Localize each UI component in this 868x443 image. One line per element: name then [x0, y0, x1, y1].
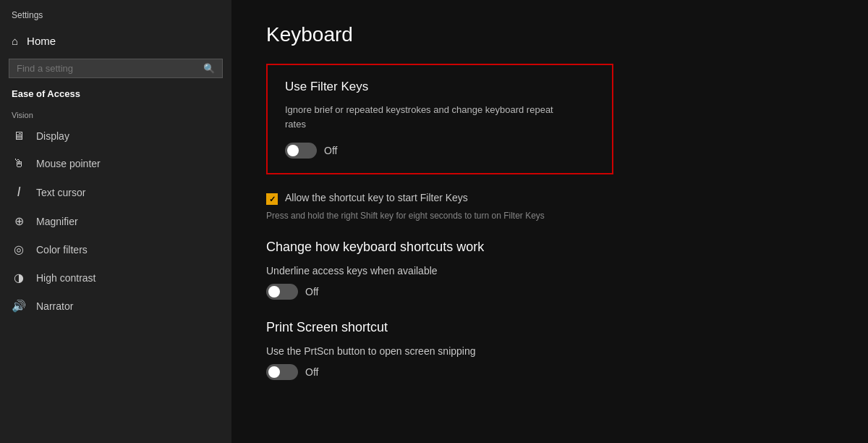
sidebar-item-label: Text cursor: [36, 187, 85, 198]
filter-keys-checkbox-row: Allow the shortcut key to start Filter K…: [266, 192, 613, 205]
home-label: Home: [27, 35, 56, 47]
sidebar-item-label: High contrast: [36, 272, 95, 284]
vision-section-label: Vision: [0, 105, 231, 122]
filter-keys-description: Ignore brief or repeated keystrokes and …: [285, 103, 574, 131]
shortcuts-toggle-label: Off: [305, 286, 318, 298]
mouse-pointer-icon: 🖱: [12, 157, 26, 170]
filter-keys-toggle[interactable]: [285, 143, 317, 159]
text-cursor-icon: I: [12, 185, 26, 200]
sidebar-item-color-filters[interactable]: ◎ Color filters: [0, 235, 231, 263]
sidebar-item-magnifier[interactable]: ⊕ Magnifier: [0, 207, 231, 235]
high-contrast-icon: ◑: [12, 271, 26, 284]
main-content: Keyboard Use Filter Keys Ignore brief or…: [231, 0, 868, 443]
home-icon: ⌂: [12, 35, 18, 47]
shortcuts-setting-label: Underline access keys when available: [266, 265, 833, 277]
print-screen-setting-label: Use the PrtScn button to open screen sni…: [266, 345, 833, 357]
print-screen-toggle-label: Off: [305, 366, 318, 378]
magnifier-icon: ⊕: [12, 214, 26, 228]
shortcuts-toggle[interactable]: [266, 284, 298, 300]
print-screen-heading: Print Screen shortcut: [266, 320, 833, 335]
ease-of-access-label: Ease of Access: [0, 85, 231, 105]
print-screen-toggle[interactable]: [266, 364, 298, 380]
sidebar-item-text-cursor[interactable]: I Text cursor: [0, 177, 231, 207]
display-icon: 🖥: [12, 130, 26, 143]
color-filters-icon: ◎: [12, 242, 26, 256]
filter-keys-checkbox-desc: Press and hold the right Shift key for e…: [266, 209, 613, 222]
shortcuts-heading: Change how keyboard shortcuts work: [266, 240, 833, 255]
filter-keys-checkbox[interactable]: [266, 193, 278, 205]
sidebar: Settings ⌂ Home 🔍 Ease of Access Vision …: [0, 0, 231, 443]
sidebar-item-narrator[interactable]: 🔊 Narrator: [0, 292, 231, 320]
filter-keys-card: Use Filter Keys Ignore brief or repeated…: [266, 64, 613, 174]
filter-keys-checkbox-label: Allow the shortcut key to start Filter K…: [285, 192, 468, 203]
sidebar-item-label: Mouse pointer: [36, 158, 101, 169]
sidebar-item-label: Narrator: [36, 300, 73, 312]
app-title: Settings: [0, 0, 231, 28]
filter-keys-toggle-label: Off: [324, 145, 337, 156]
sidebar-item-high-contrast[interactable]: ◑ High contrast: [0, 263, 231, 292]
filter-keys-title: Use Filter Keys: [285, 80, 595, 94]
filter-keys-toggle-row: Off: [285, 143, 595, 159]
print-screen-toggle-row: Off: [266, 364, 833, 380]
sidebar-item-label: Display: [36, 130, 69, 142]
sidebar-home-item[interactable]: ⌂ Home: [0, 28, 231, 54]
sidebar-item-label: Magnifier: [36, 216, 78, 227]
shortcuts-toggle-row: Off: [266, 284, 833, 300]
search-box[interactable]: 🔍: [9, 59, 223, 78]
sidebar-item-mouse-pointer[interactable]: 🖱 Mouse pointer: [0, 150, 231, 177]
narrator-icon: 🔊: [12, 299, 26, 313]
sidebar-item-label: Color filters: [36, 244, 88, 256]
search-input[interactable]: [17, 63, 203, 74]
print-screen-section: Print Screen shortcut Use the PrtScn but…: [266, 320, 833, 380]
page-title: Keyboard: [266, 23, 833, 46]
search-icon: 🔍: [203, 63, 215, 74]
sidebar-item-display[interactable]: 🖥 Display: [0, 122, 231, 150]
shortcuts-section: Change how keyboard shortcuts work Under…: [266, 240, 833, 300]
